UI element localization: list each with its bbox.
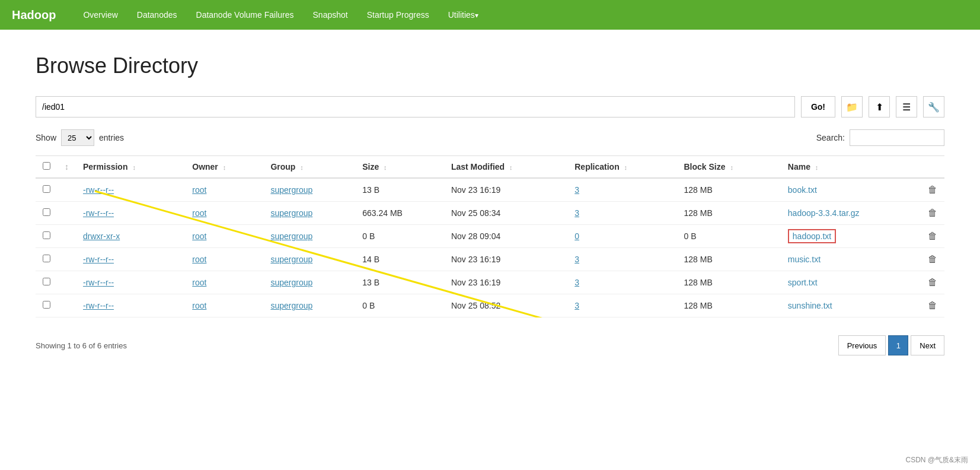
file-name-link[interactable]: book.txt xyxy=(788,185,817,195)
nav-utilities[interactable]: Utilities xyxy=(439,1,488,28)
controls-bar: Show 10 25 50 100 entries Search: xyxy=(36,129,944,146)
last-modified-cell: Nov 23 16:19 xyxy=(444,178,567,202)
nav-datanodes[interactable]: Datanodes xyxy=(127,1,187,28)
replication-link[interactable]: 0 xyxy=(574,231,579,241)
delete-button[interactable]: 🗑 xyxy=(928,300,937,311)
row-checkbox[interactable] xyxy=(43,301,50,309)
list-button[interactable]: ☰ xyxy=(896,96,917,118)
delete-button[interactable]: 🗑 xyxy=(928,277,937,288)
owner-link[interactable]: root xyxy=(192,231,206,241)
last-modified-cell: Nov 23 16:19 xyxy=(444,248,567,271)
permission-link[interactable]: -rw-r--r-- xyxy=(83,278,114,287)
col-size[interactable]: Size ↕ xyxy=(355,156,444,179)
nav-snapshot[interactable]: Snapshot xyxy=(304,1,357,28)
col-last-modified[interactable]: Last Modified ↕ xyxy=(444,156,567,179)
delete-button[interactable]: 🗑 xyxy=(928,254,937,265)
navbar-brand[interactable]: Hadoop xyxy=(12,8,56,22)
sort-all-icon[interactable]: ↕ xyxy=(65,162,69,172)
navbar: Hadoop Overview Datanodes Datanode Volum… xyxy=(0,0,980,30)
replication-link[interactable]: 3 xyxy=(574,255,579,264)
col-group[interactable]: Group ↕ xyxy=(263,156,355,179)
replication-link[interactable]: 3 xyxy=(574,278,579,287)
row-checkbox[interactable] xyxy=(43,185,50,193)
permission-link[interactable]: -rw-r--r-- xyxy=(83,185,114,195)
permission-link[interactable]: -rw-r--r-- xyxy=(83,208,114,218)
block-size-cell: 128 MB xyxy=(676,202,780,225)
group-link[interactable]: supergroup xyxy=(270,255,312,264)
size-cell: 0 B xyxy=(355,294,444,317)
page-1-button[interactable]: 1 xyxy=(888,335,908,355)
row-checkbox[interactable] xyxy=(43,208,50,216)
go-button[interactable]: Go! xyxy=(801,96,835,118)
owner-link[interactable]: root xyxy=(192,208,206,218)
replication-link[interactable]: 3 xyxy=(574,185,579,195)
table-row: -rw-r--r--rootsupergroup14 BNov 23 16:19… xyxy=(36,248,944,271)
nav-startup-progress[interactable]: Startup Progress xyxy=(357,1,439,28)
size-cell: 14 B xyxy=(355,248,444,271)
file-name-link[interactable]: sunshine.txt xyxy=(788,301,832,310)
last-modified-cell: Nov 25 08:52 xyxy=(444,294,567,317)
group-link[interactable]: supergroup xyxy=(270,185,312,195)
permission-link[interactable]: -rw-r--r-- xyxy=(83,301,114,310)
col-owner[interactable]: Owner ↕ xyxy=(185,156,263,179)
tool-button[interactable]: 🔧 xyxy=(923,96,944,118)
folder-button[interactable]: 📁 xyxy=(841,96,863,118)
owner-link[interactable]: root xyxy=(192,278,206,287)
entries-label: entries xyxy=(99,133,124,142)
col-block-size[interactable]: Block Size ↕ xyxy=(676,156,780,179)
size-cell: 663.24 MB xyxy=(355,202,444,225)
table-row: -rw-r--r--rootsupergroup0 BNov 25 08:523… xyxy=(36,294,944,317)
replication-link[interactable]: 3 xyxy=(574,301,579,310)
permission-link[interactable]: drwxr-xr-x xyxy=(83,231,120,241)
last-modified-cell: Nov 28 09:04 xyxy=(444,225,567,248)
search-label: Search: xyxy=(816,133,845,142)
owner-link[interactable]: root xyxy=(192,255,206,264)
navbar-links: Overview Datanodes Datanode Volume Failu… xyxy=(74,1,487,28)
owner-link[interactable]: root xyxy=(192,301,206,310)
search-input[interactable] xyxy=(850,129,944,146)
row-checkbox[interactable] xyxy=(43,255,50,262)
next-button[interactable]: Next xyxy=(911,335,944,355)
group-link[interactable]: supergroup xyxy=(270,278,312,287)
pagination: Previous 1 Next xyxy=(838,335,944,355)
nav-datanode-volume-failures[interactable]: Datanode Volume Failures xyxy=(187,1,304,28)
path-bar: Go! 📁 ⬆ ☰ 🔧 xyxy=(36,96,944,118)
delete-button[interactable]: 🗑 xyxy=(928,208,937,218)
col-permission[interactable]: Permission ↕ xyxy=(76,156,185,179)
path-input[interactable] xyxy=(36,96,795,118)
size-cell: 0 B xyxy=(355,225,444,248)
group-link[interactable]: supergroup xyxy=(270,231,312,241)
owner-link[interactable]: root xyxy=(192,185,206,195)
search-box: Search: xyxy=(816,129,944,146)
row-checkbox[interactable] xyxy=(43,278,50,285)
permission-link[interactable]: -rw-r--r-- xyxy=(83,255,114,264)
file-name-link-highlighted[interactable]: hadoop.txt xyxy=(788,229,836,243)
file-name-link[interactable]: sport.txt xyxy=(788,278,818,287)
size-cell: 13 B xyxy=(355,178,444,202)
delete-button[interactable]: 🗑 xyxy=(928,231,937,242)
block-size-cell: 128 MB xyxy=(676,178,780,202)
nav-overview[interactable]: Overview xyxy=(74,1,127,28)
group-link[interactable]: supergroup xyxy=(270,208,312,218)
col-name[interactable]: Name ↕ xyxy=(781,156,921,179)
last-modified-cell: Nov 25 08:34 xyxy=(444,202,567,225)
size-cell: 13 B xyxy=(355,271,444,294)
upload-button[interactable]: ⬆ xyxy=(869,96,890,118)
main-content: Browse Directory Go! 📁 ⬆ ☰ 🔧 Show 10 25 … xyxy=(0,30,980,379)
delete-button[interactable]: 🗑 xyxy=(928,185,937,195)
table-header: ↕ Permission ↕ Owner ↕ Group ↕ Size ↕ La… xyxy=(36,156,944,179)
col-replication[interactable]: Replication ↕ xyxy=(567,156,676,179)
file-name-link[interactable]: music.txt xyxy=(788,255,821,264)
block-size-cell: 128 MB xyxy=(676,294,780,317)
entries-select[interactable]: 10 25 50 100 xyxy=(61,129,94,146)
group-link[interactable]: supergroup xyxy=(270,301,312,310)
block-size-cell: 0 B xyxy=(676,225,780,248)
file-name-link[interactable]: hadoop-3.3.4.tar.gz xyxy=(788,208,860,218)
replication-link[interactable]: 3 xyxy=(574,208,579,218)
row-checkbox[interactable] xyxy=(43,231,50,239)
block-size-cell: 128 MB xyxy=(676,248,780,271)
table-row: -rw-r--r--rootsupergroup13 BNov 23 16:19… xyxy=(36,271,944,294)
select-all-checkbox[interactable] xyxy=(43,162,50,170)
previous-button[interactable]: Previous xyxy=(838,335,886,355)
last-modified-cell: Nov 23 16:19 xyxy=(444,271,567,294)
